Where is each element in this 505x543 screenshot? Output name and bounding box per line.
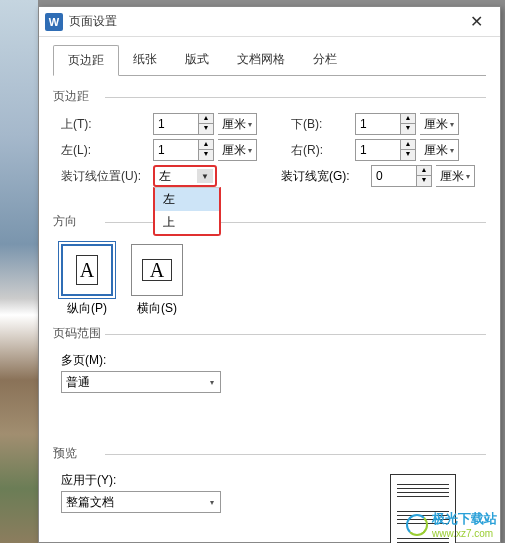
spin-buttons[interactable]: ▲▼	[417, 165, 432, 187]
combo-multi-page[interactable]: 普通	[61, 371, 221, 393]
spin-down-icon[interactable]: ▼	[417, 176, 431, 186]
landscape-icon: A	[142, 259, 172, 281]
spin-down-icon[interactable]: ▼	[401, 124, 415, 134]
section-margins: 页边距	[53, 88, 486, 105]
watermark-url: www.xz7.com	[432, 528, 497, 539]
label-right: 右(R):	[291, 142, 351, 159]
spin-buttons[interactable]: ▲▼	[199, 113, 214, 135]
section-page-range: 页码范围	[53, 325, 486, 342]
spinner-top[interactable]: ▲▼	[153, 113, 214, 135]
spin-up-icon[interactable]: ▲	[199, 140, 213, 150]
chevron-down-icon: ▼	[201, 172, 209, 181]
gutter-pos-dropdown: 左 上	[153, 187, 221, 236]
combo-value: 整篇文档	[66, 494, 114, 511]
tab-layout[interactable]: 版式	[171, 45, 223, 75]
portrait-icon: A	[76, 255, 98, 285]
landscape-label: 横向(S)	[131, 300, 183, 317]
spin-down-icon[interactable]: ▼	[401, 150, 415, 160]
option-top[interactable]: 上	[155, 211, 219, 234]
multi-label: 多页(M):	[53, 350, 486, 369]
spin-up-icon[interactable]: ▲	[417, 166, 431, 176]
spin-down-icon[interactable]: ▼	[199, 150, 213, 160]
spin-up-icon[interactable]: ▲	[401, 114, 415, 124]
spinner-left[interactable]: ▲▼	[153, 139, 214, 161]
unit-gutter-width[interactable]: 厘米	[436, 165, 475, 187]
section-orientation: 方向	[53, 213, 486, 230]
orientation-portrait[interactable]: A 纵向(P)	[61, 244, 113, 317]
tab-strip: 页边距 纸张 版式 文档网格 分栏	[53, 45, 486, 76]
spin-up-icon[interactable]: ▲	[401, 140, 415, 150]
app-icon: W	[45, 13, 63, 31]
page-setup-dialog: W 页面设置 ✕ 页边距 纸张 版式 文档网格 分栏 页边距 上(T): ▲▼ …	[38, 6, 501, 543]
unit-bottom[interactable]: 厘米	[420, 113, 459, 135]
tab-columns[interactable]: 分栏	[299, 45, 351, 75]
label-gutter-width: 装订线宽(G):	[281, 168, 367, 185]
orientation-row: A 纵向(P) A 横向(S)	[53, 238, 486, 319]
spin-down-icon[interactable]: ▼	[199, 124, 213, 134]
unit-top[interactable]: 厘米	[218, 113, 257, 135]
tab-margins[interactable]: 页边距	[53, 45, 119, 76]
portrait-label: 纵向(P)	[61, 300, 113, 317]
section-preview: 预览	[53, 445, 486, 462]
background-strip	[0, 0, 38, 543]
dialog-body: 页边距 纸张 版式 文档网格 分栏 页边距 上(T): ▲▼ 厘米 下(B): …	[39, 37, 500, 543]
combo-value: 普通	[66, 374, 90, 391]
close-button[interactable]: ✕	[456, 8, 496, 36]
watermark: 极光下载站 www.xz7.com	[406, 510, 497, 539]
unit-right[interactable]: 厘米	[420, 139, 459, 161]
label-top: 上(T):	[61, 116, 149, 133]
label-left: 左(L):	[61, 142, 149, 159]
label-bottom: 下(B):	[291, 116, 351, 133]
spinner-gutter-width[interactable]: ▲▼	[371, 165, 432, 187]
tab-grid[interactable]: 文档网格	[223, 45, 299, 75]
input-gutter-width[interactable]	[371, 165, 417, 187]
spin-buttons[interactable]: ▲▼	[401, 113, 416, 135]
input-left[interactable]	[153, 139, 199, 161]
label-gutter-pos: 装订线位置(U):	[61, 168, 149, 185]
spinner-bottom[interactable]: ▲▼	[355, 113, 416, 135]
watermark-title: 极光下载站	[432, 510, 497, 528]
row-gutter: 装订线位置(U): 左 ▼ 左 上 装订线宽(G): ▲▼ 厘米	[61, 165, 486, 187]
titlebar: W 页面设置 ✕	[39, 7, 500, 37]
spinner-right[interactable]: ▲▼	[355, 139, 416, 161]
watermark-icon	[406, 514, 428, 536]
orientation-landscape[interactable]: A 横向(S)	[131, 244, 183, 317]
combo-value: 左	[159, 168, 171, 185]
row-left-right: 左(L): ▲▼ 厘米 右(R): ▲▼ 厘米	[61, 139, 486, 161]
option-left[interactable]: 左	[155, 188, 219, 211]
spin-up-icon[interactable]: ▲	[199, 114, 213, 124]
input-right[interactable]	[355, 139, 401, 161]
tab-paper[interactable]: 纸张	[119, 45, 171, 75]
input-top[interactable]	[153, 113, 199, 135]
input-bottom[interactable]	[355, 113, 401, 135]
combo-apply-to[interactable]: 整篇文档	[61, 491, 221, 513]
row-top-bottom: 上(T): ▲▼ 厘米 下(B): ▲▼ 厘米	[61, 113, 486, 135]
unit-left[interactable]: 厘米	[218, 139, 257, 161]
spin-buttons[interactable]: ▲▼	[401, 139, 416, 161]
combo-gutter-pos[interactable]: 左 ▼ 左 上	[153, 165, 217, 187]
window-title: 页面设置	[69, 13, 456, 30]
spin-buttons[interactable]: ▲▼	[199, 139, 214, 161]
